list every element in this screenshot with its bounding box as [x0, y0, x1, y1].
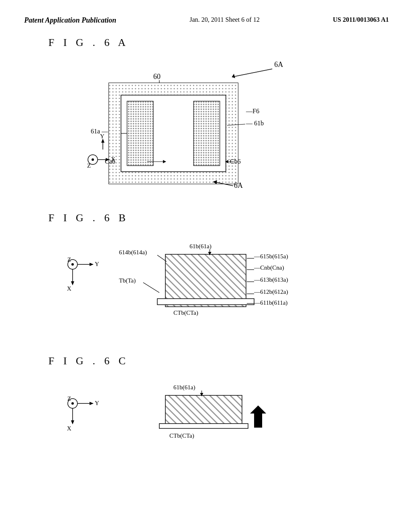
- svg-rect-52: [157, 299, 254, 305]
- svg-text:Z: Z: [67, 256, 71, 263]
- svg-marker-49: [71, 281, 74, 285]
- svg-text:—613b(613a): —613b(613a): [254, 276, 288, 283]
- header-patent-number: US 2011/0013063 A1: [333, 16, 389, 23]
- svg-text:6A: 6A: [234, 181, 243, 189]
- fig6a-label: F I G . 6 A: [48, 37, 389, 49]
- svg-text:Z: Z: [67, 395, 71, 402]
- svg-text:Y: Y: [95, 261, 99, 267]
- svg-text:— 61b: — 61b: [246, 120, 264, 127]
- svg-text:61b(61a): 61b(61a): [190, 243, 211, 250]
- svg-rect-6: [109, 83, 238, 95]
- svg-text:61b(61a): 61b(61a): [173, 384, 195, 391]
- svg-marker-46: [90, 263, 94, 266]
- svg-text:—Cnb(Cna): —Cnb(Cna): [254, 264, 284, 271]
- svg-point-26: [92, 158, 94, 161]
- fig6b-label: F I G . 6 B: [48, 212, 389, 224]
- svg-text:Y: Y: [100, 133, 104, 139]
- svg-marker-77: [90, 402, 94, 405]
- fig6c-container: Z Y X 61b(61a) CTb(CTa): [24, 373, 389, 486]
- svg-text:Z: Z: [87, 162, 91, 169]
- svg-marker-88: [250, 405, 266, 428]
- svg-text:X: X: [67, 285, 71, 292]
- svg-text:CTb(CTa): CTb(CTa): [173, 310, 198, 316]
- svg-rect-11: [127, 101, 153, 166]
- svg-text:—612b(612a): —612b(612a): [254, 289, 288, 295]
- fig6c-label: F I G . 6 C: [48, 355, 389, 367]
- svg-text:60: 60: [153, 73, 161, 81]
- fig6b-container: Z Y X 614b(614a) Tb(Ta) 61b(61a) CTb(C: [24, 230, 389, 351]
- svg-text:CTb(CTa): CTb(CTa): [169, 432, 194, 439]
- svg-text:—615b(615a): —615b(615a): [254, 253, 288, 260]
- svg-line-56: [143, 283, 159, 293]
- svg-line-1: [232, 69, 272, 77]
- svg-marker-80: [71, 420, 74, 424]
- svg-point-43: [71, 263, 74, 266]
- svg-text:Ca6: Ca6: [105, 158, 115, 165]
- svg-marker-2: [232, 74, 235, 78]
- svg-text:6A: 6A: [274, 60, 283, 69]
- header-date-sheet: Jan. 20, 2011 Sheet 6 of 12: [190, 16, 260, 23]
- svg-text:X: X: [67, 425, 71, 432]
- svg-text:614b(614a): 614b(614a): [119, 249, 147, 256]
- page: Patent Application Publication Jan. 20, …: [0, 0, 413, 532]
- svg-text:Tb(Ta): Tb(Ta): [119, 277, 136, 284]
- svg-rect-82: [165, 395, 242, 428]
- svg-text:—F6: —F6: [246, 108, 259, 114]
- header-publication-label: Patent Application Publication: [24, 16, 116, 25]
- svg-text:Y: Y: [95, 400, 99, 406]
- fig6a-container: 6A 60: [24, 55, 389, 208]
- svg-rect-12: [194, 101, 220, 166]
- svg-text:—611b(611a): —611b(611a): [254, 299, 288, 306]
- svg-rect-83: [159, 424, 248, 428]
- page-header: Patent Application Publication Jan. 20, …: [24, 16, 389, 25]
- svg-rect-7: [109, 172, 238, 184]
- svg-point-74: [71, 402, 74, 405]
